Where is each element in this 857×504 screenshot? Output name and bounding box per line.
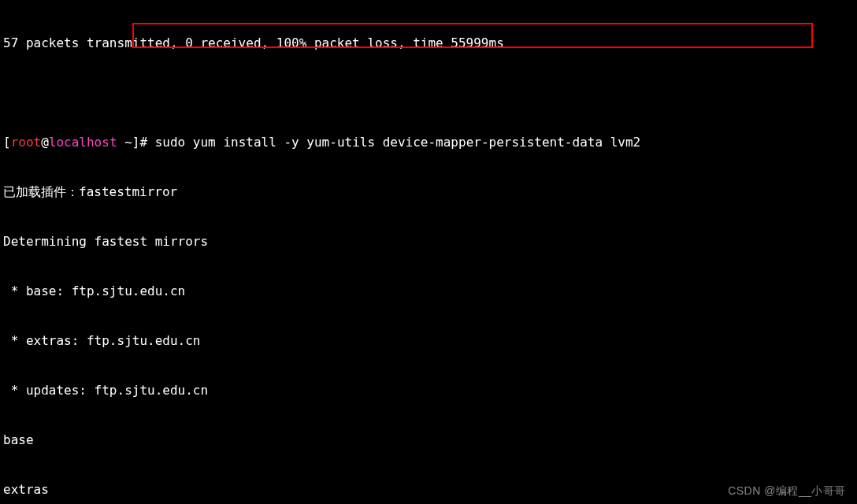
blank-line <box>3 84 854 101</box>
prompt-path-symbol: ~]# <box>117 135 155 150</box>
prompt-host: localhost <box>49 135 117 150</box>
prompt-at: @ <box>41 135 49 150</box>
terminal-output[interactable]: 57 packets transmitted, 0 received, 100%… <box>0 0 857 504</box>
output-line: * base: ftp.sjtu.edu.cn <box>3 283 854 299</box>
ping-summary-line: 57 packets transmitted, 0 received, 100%… <box>3 35 854 51</box>
output-line: base <box>3 432 854 448</box>
command-text: sudo yum install -y yum-utils device-map… <box>155 135 641 150</box>
output-line: * updates: ftp.sjtu.edu.cn <box>3 382 854 398</box>
output-line: * extras: ftp.sjtu.edu.cn <box>3 332 854 349</box>
prompt-user: root <box>11 135 42 150</box>
shell-prompt-line[interactable]: [root@localhost ~]# sudo yum install -y … <box>3 134 854 150</box>
output-line: 已加载插件：fastestmirror <box>3 183 854 200</box>
output-line: extras <box>3 481 854 498</box>
watermark-text: CSDN @编程__小哥哥 <box>728 483 846 499</box>
prompt-open-bracket: [ <box>3 135 11 150</box>
output-line: Determining fastest mirrors <box>3 233 854 250</box>
